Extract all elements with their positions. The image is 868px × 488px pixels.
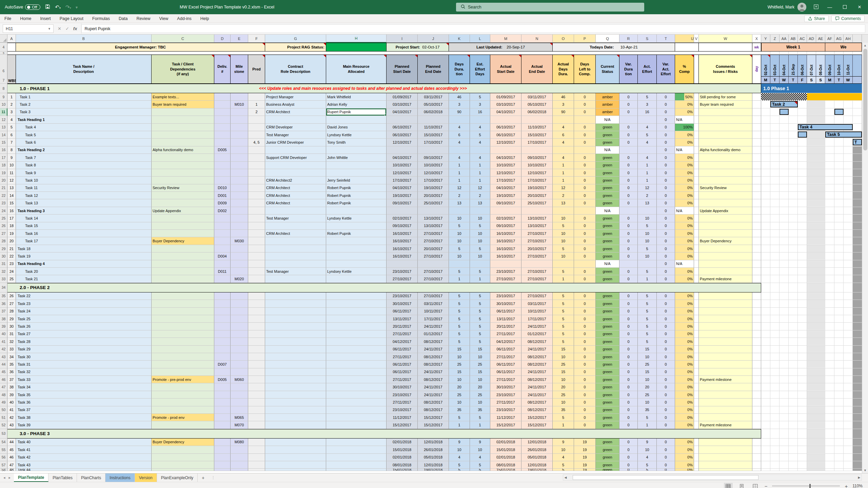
cell-x[interactable] — [752, 406, 761, 414]
cell-d[interactable] — [152, 252, 214, 260]
column-header[interactable]: A — [7, 35, 16, 43]
cell-dl[interactable]: 0 — [574, 215, 596, 222]
cell-pe[interactable]: 08/12/2017 — [418, 376, 449, 383]
gantt-task-bar[interactable]: Task 5 — [825, 131, 862, 138]
cell-pc[interactable]: 0% — [675, 330, 694, 338]
cell-pe[interactable]: 25/10/2017 — [418, 199, 449, 207]
cell-as[interactable]: 13/11/2017 — [490, 315, 521, 323]
cell-re[interactable] — [326, 439, 387, 446]
cell-vd[interactable]: 0 — [619, 383, 638, 391]
cell-ad[interactable] — [553, 116, 574, 123]
cell-vf[interactable]: 0 — [657, 93, 675, 101]
row-header[interactable]: 25 — [0, 215, 7, 222]
cell-d[interactable] — [152, 131, 214, 139]
cell-ad[interactable]: 3 — [553, 101, 574, 108]
cell-as[interactable]: 27/10/2017 — [490, 275, 521, 283]
cell-pc[interactable]: 0% — [675, 192, 694, 199]
cell-re[interactable]: Mark Whitfield — [326, 93, 387, 101]
column-header[interactable]: AE — [816, 35, 825, 43]
cell-ro[interactable]: Support CRM Developer — [265, 154, 326, 161]
cell-ae[interactable]: 19/01/2018 — [521, 469, 553, 471]
cell-re[interactable]: Tony Smith — [326, 139, 387, 146]
cell-dl[interactable]: 0 — [574, 169, 596, 177]
cell-dv[interactable] — [214, 222, 231, 230]
project-start-cell[interactable]: Project Start: 02-Oct-17 — [387, 43, 449, 52]
header-wbs[interactable]: WBS — [7, 55, 16, 84]
row-header[interactable]: 29 — [0, 245, 7, 252]
cell-d[interactable] — [152, 222, 214, 230]
cell-w[interactable]: 16 — [7, 207, 16, 215]
cell-x[interactable] — [752, 308, 761, 315]
cell-pr[interactable] — [248, 131, 265, 139]
scroll-up-icon[interactable]: ▲ — [864, 43, 867, 48]
tabs-scroll-right-icon[interactable]: ▸ — [9, 475, 11, 480]
cell-vf[interactable]: 0 — [657, 169, 675, 177]
cell-ee[interactable]: 12 — [470, 184, 490, 192]
cell-ad[interactable]: 25 — [553, 361, 574, 368]
cell-ro[interactable] — [265, 237, 326, 245]
row-header[interactable]: 19 — [0, 169, 7, 177]
cell-cm[interactable] — [699, 315, 752, 323]
undo-icon[interactable]: ↶▾ — [55, 4, 61, 10]
cell-af[interactable]: 10 — [638, 252, 657, 260]
cell-pr[interactable] — [248, 346, 265, 353]
gantt-strip[interactable] — [761, 315, 862, 323]
cell-vf[interactable]: 0 — [657, 353, 675, 361]
column-header[interactable]: V — [694, 35, 699, 43]
select-all-corner[interactable] — [0, 35, 7, 43]
cell-ae[interactable] — [521, 260, 553, 268]
gantt-strip[interactable]: Task 2 — [761, 101, 862, 108]
cell-x[interactable] — [752, 116, 761, 123]
cell-t[interactable]: Task 23 — [16, 300, 152, 307]
cell-ae[interactable]: 08/12/2017 — [521, 361, 553, 368]
cell-d[interactable] — [152, 391, 214, 399]
header-dv[interactable]: Deliv. # — [214, 55, 231, 84]
gantt-day-cell[interactable]: S — [816, 76, 825, 84]
cell-ps[interactable]: 30/10/2017 — [387, 300, 418, 307]
gantt-day-cell[interactable]: T — [770, 76, 780, 84]
cell-af[interactable]: 9 — [638, 439, 657, 446]
cell-re[interactable] — [326, 353, 387, 361]
cell-v[interactable] — [694, 124, 699, 131]
cell-pc[interactable]: N/A — [675, 207, 694, 215]
column-header[interactable]: K — [449, 35, 470, 43]
cell-ad[interactable]: 4 — [553, 454, 574, 461]
gantt-strip[interactable] — [761, 154, 862, 161]
cell-t[interactable]: Task 32 — [16, 368, 152, 376]
cell-du[interactable]: 2 — [449, 192, 470, 199]
cell-vd[interactable]: 0 — [619, 124, 638, 131]
cell-pr[interactable]: 2 — [248, 108, 265, 116]
cell-pe[interactable]: 12/01/2018 — [418, 439, 449, 446]
tabs-scroll-left-icon[interactable]: ◂ — [3, 475, 5, 480]
cell-ms[interactable] — [231, 323, 248, 330]
cell-cm[interactable] — [699, 399, 752, 406]
cell-d[interactable] — [152, 361, 214, 368]
cell-x[interactable] — [752, 177, 761, 184]
minimize-button[interactable]: — — [826, 4, 833, 10]
cell-pc[interactable]: 0% — [675, 222, 694, 230]
cell-pc[interactable]: 0% — [675, 399, 694, 406]
cell-pr[interactable] — [248, 308, 265, 315]
cell-vd[interactable]: 0 — [619, 406, 638, 414]
cell-w[interactable]: 26 — [7, 292, 16, 300]
cell-pe[interactable]: 15/10/2017 — [418, 131, 449, 139]
gantt-day-cell[interactable]: F — [798, 76, 807, 84]
cell-d[interactable] — [152, 315, 214, 323]
cell-vd[interactable]: 0 — [619, 391, 638, 399]
cell-ad[interactable] — [553, 260, 574, 268]
cell-cm[interactable] — [699, 439, 752, 446]
cell-vd[interactable]: 0 — [619, 439, 638, 446]
cell-ro[interactable] — [265, 207, 326, 215]
cell-as[interactable]: 04/10/2017 — [490, 108, 521, 116]
cell-x[interactable] — [752, 162, 761, 169]
cell-af[interactable]: 20 — [638, 383, 657, 391]
cell-x[interactable] — [752, 330, 761, 338]
row-header[interactable]: 38 — [0, 315, 7, 323]
cell-as[interactable]: 27/11/2017 — [490, 353, 521, 361]
cell-re[interactable] — [326, 222, 387, 230]
cell-x[interactable] — [752, 245, 761, 252]
cell-vd[interactable]: 0 — [619, 131, 638, 139]
cell-du[interactable]: 5 — [449, 245, 470, 252]
cell-pr[interactable] — [248, 414, 265, 421]
cell-ps[interactable]: 15/01/2018 — [387, 446, 418, 453]
